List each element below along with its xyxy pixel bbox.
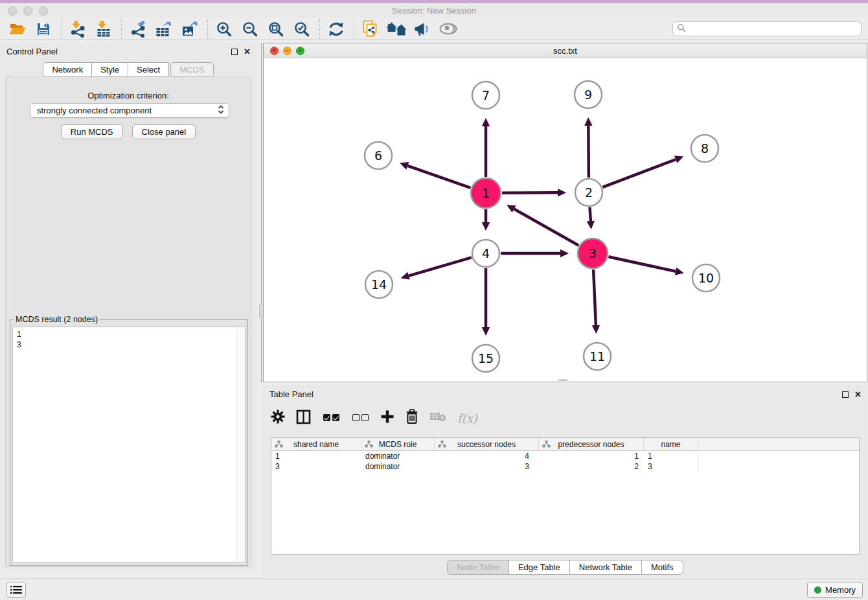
network-window-title: scc.txt — [264, 46, 867, 56]
select-all-columns-icon[interactable] — [322, 412, 340, 424]
close-table-panel-icon[interactable]: × — [855, 391, 861, 398]
tab-network-table[interactable]: Network Table — [569, 560, 642, 575]
tab-edge-table[interactable]: Edge Table — [508, 560, 570, 575]
graph-edge-4-14[interactable] — [409, 257, 472, 275]
column-header-shared-name[interactable]: shared name — [271, 438, 361, 450]
cell-mcds-role[interactable]: dominator — [361, 452, 435, 461]
canvas-scrollbar-thumb[interactable] — [558, 379, 567, 381]
show-columns-icon[interactable] — [296, 410, 311, 427]
cell-shared-name[interactable]: 3 — [271, 462, 361, 471]
tab-motifs[interactable]: Motifs — [641, 560, 683, 575]
hierarchy-icon — [365, 441, 373, 448]
graph-arrowhead-4-3 — [560, 249, 569, 257]
import-network-icon[interactable] — [67, 19, 89, 39]
graph-edge-3-11[interactable] — [593, 270, 596, 325]
graph-node-label-11: 11 — [589, 349, 605, 363]
run-mcds-button[interactable]: Run MCDS — [61, 124, 123, 139]
table-row[interactable]: 1 dominator 4 1 1 — [271, 451, 859, 461]
cell-mcds-role[interactable]: dominator — [361, 462, 435, 471]
export-network-icon[interactable] — [127, 19, 149, 39]
criterion-dropdown[interactable]: strongly connected component — [30, 103, 229, 118]
cell-name[interactable]: 1 — [644, 452, 698, 461]
mcds-result-group: MCDS result (2 nodes) 1 3 — [10, 319, 248, 566]
chevron-up-down-icon — [217, 104, 225, 117]
table-row[interactable]: 3 dominator 3 2 3 — [271, 461, 859, 472]
graph-node-label-2: 2 — [585, 185, 593, 200]
graph-node-label-14: 14 — [371, 277, 387, 292]
cell-predecessor-nodes[interactable]: 1 — [539, 452, 644, 461]
cell-predecessor-nodes[interactable]: 2 — [539, 462, 644, 471]
unselect-all-columns-icon[interactable] — [351, 412, 369, 424]
zoom-in-icon[interactable] — [213, 19, 235, 39]
export-image-icon[interactable] — [179, 19, 201, 39]
search-input[interactable] — [686, 22, 861, 36]
open-file-icon[interactable] — [6, 19, 29, 39]
graph-arrowhead-1-4 — [482, 222, 490, 231]
hierarchy-icon — [438, 441, 446, 448]
control-panel: Control Panel × Network Style Select MCD… — [0, 43, 257, 571]
zoom-fit-icon[interactable] — [265, 19, 287, 39]
export-table-icon[interactable] — [153, 19, 175, 39]
memory-button[interactable]: Memory — [807, 582, 863, 598]
graph-arrowhead-4-15 — [482, 327, 490, 336]
hierarchy-icon — [275, 441, 283, 448]
gear-icon[interactable] — [271, 410, 285, 426]
hierarchy-icon — [542, 441, 551, 448]
cell-name[interactable]: 3 — [644, 462, 698, 471]
annotations-icon[interactable] — [411, 19, 433, 39]
graph-arrowhead-4-14 — [401, 272, 410, 280]
save-session-icon[interactable] — [32, 19, 54, 39]
graph-edge-1-2[interactable] — [502, 192, 558, 193]
column-header-name[interactable]: name — [644, 438, 698, 450]
eye-icon[interactable] — [437, 19, 459, 39]
graph-edge-3-1[interactable] — [514, 209, 579, 246]
graph-edge-2-9[interactable] — [588, 126, 589, 178]
tab-mcds[interactable]: MCDS — [170, 62, 213, 77]
delete-column-icon[interactable] — [405, 409, 418, 427]
add-column-icon[interactable] — [380, 410, 394, 426]
float-panel-icon[interactable] — [231, 49, 238, 55]
search-box[interactable] — [672, 21, 862, 36]
cell-successor-nodes[interactable]: 4 — [435, 452, 539, 461]
column-header-successor-nodes[interactable]: successor nodes — [435, 438, 539, 450]
result-scrollbar[interactable] — [236, 327, 245, 562]
cell-successor-nodes[interactable]: 3 — [435, 462, 539, 471]
tab-select[interactable]: Select — [128, 62, 169, 77]
float-table-panel-icon[interactable] — [842, 391, 849, 398]
table-panel-title: Table Panel — [269, 389, 842, 399]
control-panel-title: Control Panel — [6, 47, 231, 56]
duplicate-network-icon[interactable] — [360, 19, 382, 39]
table-panel: Table Panel × f(x) shared name — [263, 386, 867, 577]
app-titlebar: Session: New Session — [0, 3, 868, 18]
refresh-icon[interactable] — [325, 19, 347, 39]
column-header-mcds-role[interactable]: MCDS role — [361, 438, 435, 450]
control-panel-tabs: Network Style Select MCDS — [0, 62, 257, 77]
zoom-out-icon[interactable] — [239, 19, 261, 39]
import-table-icon[interactable] — [93, 19, 115, 39]
show-panels-button[interactable] — [6, 582, 26, 598]
table-toolbar: f(x) — [271, 406, 477, 430]
graph-edge-3-10[interactable] — [608, 257, 676, 271]
graph-edge-1-6[interactable] — [407, 166, 470, 188]
app-title: Session: New Session — [0, 6, 868, 16]
mcds-result-text[interactable]: 1 3 — [12, 327, 246, 563]
mcds-result-title: MCDS result (2 nodes) — [14, 315, 100, 324]
close-panel-icon[interactable]: × — [244, 49, 250, 55]
toolbar-separator — [354, 19, 354, 39]
graph-edge-2-3[interactable] — [589, 207, 590, 221]
graph-arrowhead-3-10 — [675, 268, 684, 275]
tab-network[interactable]: Network — [43, 62, 92, 77]
graph-arrowhead-3-11 — [592, 325, 600, 334]
network-graph[interactable]: 7968124314101511 — [264, 58, 867, 382]
tab-style[interactable]: Style — [91, 62, 128, 77]
network-canvas[interactable]: 7968124314101511 — [264, 58, 867, 382]
node-table[interactable]: shared name MCDS role successor nodes pr… — [271, 437, 860, 555]
zoom-selected-icon[interactable] — [291, 19, 313, 39]
close-panel-button[interactable]: Close panel — [132, 124, 196, 139]
graph-edge-2-8[interactable] — [603, 159, 676, 187]
toolbar-separator — [207, 19, 208, 39]
tab-node-table[interactable]: Node Table — [447, 560, 509, 575]
cell-shared-name[interactable]: 1 — [271, 452, 361, 461]
column-header-predecessor-nodes[interactable]: predecessor nodes — [539, 438, 644, 450]
home-icon[interactable] — [385, 19, 407, 39]
